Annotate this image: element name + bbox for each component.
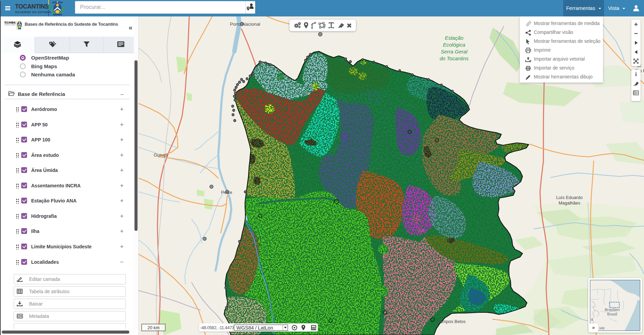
svg-text:Campos Belos: Campos Belos: [437, 319, 466, 324]
svg-text:Porto Nacional: Porto Nacional: [230, 22, 260, 27]
svg-text:Brasil: Brasil: [607, 312, 617, 316]
svg-text:do Tocantins: do Tocantins: [440, 55, 469, 61]
svg-text:Ecológica: Ecológica: [443, 42, 465, 48]
svg-text:TOCANTINS: TOCANTINS: [4, 21, 16, 24]
svg-text:a: a: [591, 318, 593, 321]
svg-text:Magalhães: Magalhães: [558, 200, 580, 206]
svg-text:uay: uay: [599, 326, 605, 330]
svg-text:Gurupi: Gurupi: [154, 152, 168, 158]
svg-text:Serra Geral: Serra Geral: [441, 49, 467, 54]
svg-text:Estação: Estação: [445, 35, 463, 41]
svg-text:Peixe: Peixe: [221, 190, 232, 195]
svg-text:GOVERNO DO ESTADO: GOVERNO DO ESTADO: [4, 24, 16, 26]
svg-text:Brasilien: Brasilien: [605, 308, 620, 312]
svg-text:Luís Eduardo: Luís Eduardo: [556, 195, 582, 200]
